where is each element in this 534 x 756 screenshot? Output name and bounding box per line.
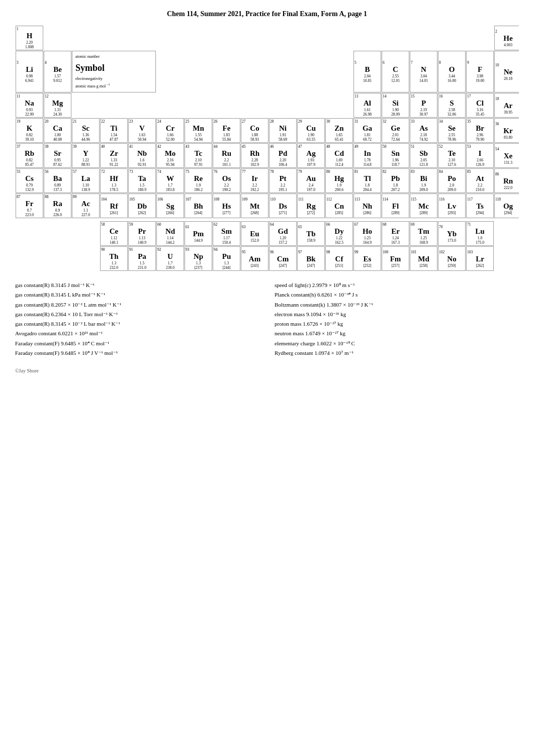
empty-cell: [241, 26, 269, 50]
element-Es: 99Es[252]: [353, 246, 381, 271]
empty-cell: [44, 26, 71, 50]
element-Pm: 61Pm144.9: [185, 221, 212, 246]
element-Se: 34Se2.5578.96: [438, 118, 466, 143]
empty-cell: [72, 26, 100, 50]
empty-cell: [72, 221, 100, 246]
element-Mg: 12Mg1.3124.30: [44, 93, 71, 118]
element-Hs: 108Hs[277]: [213, 194, 240, 218]
empty-cell: [241, 93, 269, 118]
element-Gd: 64Gd1.20157.2: [269, 221, 297, 246]
element-Ts: 117Ts[294]: [466, 194, 494, 218]
constant-left-0: gas constant(R) 8.3145 J mol⁻¹ K⁻¹: [15, 280, 259, 290]
element-Nb: 41Nb1.692.91: [128, 143, 156, 168]
page-title: Chem 114, Summer 2021, Practice for Fina…: [15, 10, 519, 18]
element-Yb: 70Yb173.0: [438, 221, 466, 246]
constant-left-5: Avogadro constant 6.0221 × 10²³ mol⁻¹: [15, 329, 259, 338]
empty-cell: [325, 93, 353, 118]
element-Nd: 60Nd1.14144.2: [156, 221, 184, 246]
element-Al: 13Al1.6126.98: [353, 93, 381, 118]
element-W: 74W1.7183.8: [156, 168, 184, 193]
constant-right-5: neutron mass 1.6749 × 10⁻²⁷ kg: [275, 329, 519, 338]
element-Zn: 30Zn1.6565.41: [325, 118, 353, 143]
footer: ©Jay Shore: [15, 368, 519, 373]
empty-cell: [410, 26, 437, 50]
element-Ds: 110Ds[271]: [269, 194, 297, 218]
empty-cell: [297, 93, 325, 118]
empty-cell: [185, 93, 212, 118]
element-Ba: 56Ba0.89137.3: [44, 168, 71, 193]
empty-cell: [325, 51, 353, 92]
element-Am: 95Am[243]: [241, 246, 269, 271]
empty-cell: [494, 246, 522, 271]
element-Hf: 72Hf1.3178.5: [100, 168, 128, 193]
element-Sb: 51Sb2.05121.8: [410, 143, 437, 168]
empty-cell: [44, 246, 71, 271]
element-Ru: 44Ru2.2101.1: [213, 143, 240, 168]
constant-left-6: Faraday constant(F) 9.6485 × 10⁴ C mol⁻¹: [15, 339, 259, 348]
element-Sg: 106Sg[266]: [156, 194, 184, 218]
element-Si: 14Si1.9028.09: [382, 93, 409, 118]
element-Rf: 104Rf[261]: [100, 194, 128, 218]
empty-cell: [241, 51, 269, 92]
element-Tc: 43Tc2.1097.91: [185, 143, 212, 168]
element-Bh: 107Bh[264]: [185, 194, 212, 218]
element-K: 19K0.8239.10: [16, 118, 43, 143]
empty-cell: [185, 51, 212, 92]
element-Os: 76Os2.2190.2: [213, 168, 240, 193]
element-Fe: 26Fe1.8355.84: [213, 118, 240, 143]
constant-right-0: speed of light(c) 2.9979 × 10⁸ m s⁻¹: [275, 280, 519, 290]
empty-cell: [213, 51, 240, 92]
element-Ra: 88Ra0.9226.0: [44, 194, 71, 218]
element-Pa: 91Pa1.5231.0: [128, 246, 156, 271]
empty-cell: [269, 93, 297, 118]
element-Ar: 18Ar39.95: [494, 93, 519, 118]
lanthanide-actinide-table: 58Ce1.12140.159Pr1.13140.960Nd1.14144.26…: [15, 221, 522, 271]
element-S: 16S2.5832.06: [438, 93, 466, 118]
empty-cell: [297, 26, 325, 50]
constant-left-2: gas constant(R) 8.2057 × 10⁻² L atm mol⁻…: [15, 300, 259, 310]
legend-cell: atomic number Symbol electronegativity a…: [72, 51, 156, 92]
element-Cl: 17Cl3.1635.45: [466, 93, 494, 118]
element-Mn: 25Mn1.5554.94: [185, 118, 212, 143]
element-Db: 105Db[262]: [128, 194, 156, 218]
element-H: 1H2.201.008: [16, 26, 43, 50]
element-Ca: 20Ca1.0040.08: [44, 118, 71, 143]
element-Fl: 114Fl[289]: [382, 194, 409, 218]
element-Dy: 66Dy1.22162.5: [325, 221, 353, 246]
element-Ta: 73Ta1.5180.9: [128, 168, 156, 193]
constant-left-1: gas constant(R) 8.3145 L kPa mol⁻¹ K⁻¹: [15, 290, 259, 300]
element-Cn: 112Cn[285]: [325, 194, 353, 218]
element-Tl: 81Tl1.8204.4: [353, 168, 381, 193]
element-Cd: 48Cd1.69112.4: [325, 143, 353, 168]
empty-cell: [269, 26, 297, 50]
element-Co: 27Co1.8858.93: [241, 118, 269, 143]
element-O: 8O3.4416.00: [438, 51, 466, 92]
element-Br: 35Br2.9679.90: [466, 118, 494, 143]
element-Ga: 31Ga1.8169.72: [353, 118, 381, 143]
empty-cell: [72, 93, 100, 118]
empty-cell: [325, 26, 353, 50]
empty-cell: [494, 221, 522, 246]
element-As: 33As2.1874.92: [410, 118, 437, 143]
element-Cr: 24Cr1.6652.00: [156, 118, 184, 143]
element-Th: 90Th1.3232.0: [100, 246, 128, 271]
element-Na: 11Na0.9322.99: [16, 93, 43, 118]
element-C: 6C2.5512.01: [382, 51, 409, 92]
element-B: 5B2.0410.81: [353, 51, 381, 92]
constant-right-2: Boltzmann constant(k) 1.3807 × 10⁻²³ J K…: [275, 300, 519, 310]
empty-cell: [156, 26, 184, 50]
empty-cell: [156, 93, 184, 118]
element-Mt: 109Mt[268]: [241, 194, 269, 218]
periodic-table: 1H2.201.0082He4.0033Li0.986.9414Be1.579.…: [15, 25, 519, 219]
empty-cell: [128, 93, 156, 118]
element-F: 9F3.9819.00: [466, 51, 494, 92]
element-No: 102No[259]: [438, 246, 466, 271]
element-Cs: 55Cs0.79132.9: [16, 168, 43, 193]
element-Eu: 63Eu152.0: [241, 221, 269, 246]
element-I: 53I2.66126.9: [466, 143, 494, 168]
empty-cell: [185, 26, 212, 50]
element-Rg: 111Rg[272]: [297, 194, 325, 218]
constant-right-3: electron mass 9.1094 × 10⁻³¹ kg: [275, 310, 519, 319]
empty-cell: [16, 246, 43, 271]
empty-cell: [213, 93, 240, 118]
